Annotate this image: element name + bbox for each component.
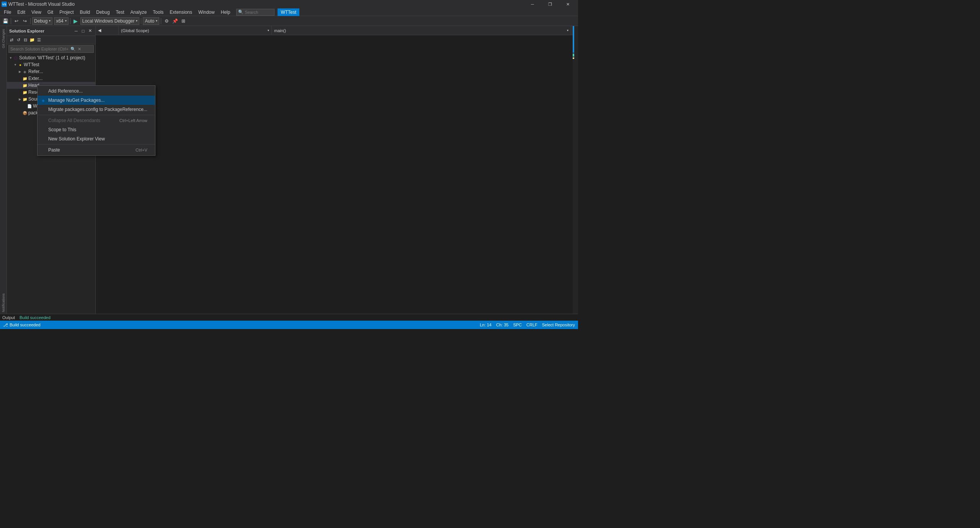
search-icon[interactable]: 🔍 xyxy=(70,46,76,52)
platform-dropdown[interactable]: x64 ▾ xyxy=(54,17,68,25)
menu-tools[interactable]: Tools xyxy=(150,8,167,16)
chevron-down-icon: ▾ xyxy=(136,19,137,23)
new-view-icon xyxy=(41,136,46,142)
menu-git[interactable]: Git xyxy=(44,8,56,16)
ctx-separator-2 xyxy=(38,144,155,145)
ctx-add-reference[interactable]: Add Reference... xyxy=(38,86,155,96)
references-icon: ◈ xyxy=(22,69,28,74)
tree-item-external[interactable]: ▶ 📁 Exter... xyxy=(7,75,95,82)
ctx-label: Add Reference... xyxy=(48,88,147,94)
restore-button[interactable]: ❐ xyxy=(541,0,559,8)
debug-config-dropdown[interactable]: Debug ▾ xyxy=(32,17,52,25)
scroll-indicator-yellow xyxy=(573,57,574,59)
git-status[interactable]: ⎇ Build succeeded xyxy=(3,323,41,328)
redo-button[interactable]: ↪ xyxy=(21,17,29,25)
collapse-all-tree-button[interactable]: ⊟ xyxy=(22,37,28,43)
show-all-files-button[interactable]: 📁 xyxy=(29,37,35,43)
search-box[interactable]: 🔍 xyxy=(236,9,274,16)
ctx-migrate-packages[interactable]: Migrate packages.config to PackageRefere… xyxy=(38,105,155,114)
scope-icon xyxy=(41,127,46,132)
close-button[interactable]: ✕ xyxy=(559,0,577,8)
nuget-icon: ◈ xyxy=(41,98,46,103)
ctx-manage-nuget[interactable]: ◈ Manage NuGet Packages... xyxy=(38,96,155,105)
scroll-indicator-green xyxy=(573,54,574,57)
solution-search-input[interactable] xyxy=(9,47,70,51)
add-reference-icon xyxy=(41,88,46,94)
tree-item-project[interactable]: ▼ ● WTTest xyxy=(7,61,95,68)
panel-close-button[interactable]: ✕ xyxy=(87,28,93,34)
menu-bar: File Edit View Git Project Build Debug T… xyxy=(0,8,578,16)
ctx-collapse-all[interactable]: Collapse All Descendants Ctrl+Left Arrow xyxy=(38,116,155,125)
folder-icon: 📁 xyxy=(22,96,28,102)
toolbar-sep-5 xyxy=(161,18,161,24)
scroll-indicator-blue xyxy=(573,26,574,53)
ctx-new-solution-view[interactable]: New Solution Explorer View xyxy=(38,134,155,143)
menu-file[interactable]: File xyxy=(1,8,14,16)
undo-button[interactable]: ↩ xyxy=(13,17,20,25)
menu-project[interactable]: Project xyxy=(56,8,77,16)
global-scope-text: (Global Scope) xyxy=(121,28,149,33)
active-tab[interactable]: WTTest xyxy=(278,8,299,16)
tree-item-references[interactable]: ▶ ◈ Refer... xyxy=(7,68,95,75)
save-all-button[interactable]: 💾 xyxy=(2,17,9,25)
tree-expand-arrow: ▶ xyxy=(18,98,22,101)
output-label[interactable]: Output xyxy=(2,315,15,320)
ctx-label: New Solution Explorer View xyxy=(48,136,147,142)
menu-extensions[interactable]: Extensions xyxy=(167,8,195,16)
folder-icon: 📁 xyxy=(22,90,28,95)
menu-window[interactable]: Window xyxy=(195,8,218,16)
navigation-bar: ◀ (Global Scope) ▾ main() ▾ + xyxy=(96,26,578,35)
menu-debug[interactable]: Debug xyxy=(93,8,113,16)
panel-minimize-button[interactable]: □ xyxy=(80,28,86,34)
tree-item-label: Exter... xyxy=(28,76,42,81)
menu-analyze[interactable]: Analyze xyxy=(127,8,150,16)
collapse-icon xyxy=(41,118,46,123)
solution-explorer-panel: Solution Explorer ─ □ ✕ ⇄ ↺ ⊟ 📁 ☰ 🔍 ✕ xyxy=(7,26,96,314)
minimize-button[interactable]: ─ xyxy=(524,0,541,8)
run-button[interactable]: ▶ xyxy=(72,17,80,25)
menu-test[interactable]: Test xyxy=(113,8,127,16)
side-tab-notifications[interactable]: Notifications xyxy=(1,292,6,314)
ctx-shortcut: Ctrl+Left Arrow xyxy=(119,118,147,123)
select-repository[interactable]: Select Repository xyxy=(542,323,575,327)
toolbar-extra-2[interactable]: 📌 xyxy=(171,17,179,25)
code-editor[interactable] xyxy=(96,35,578,314)
file-icon: 📄 xyxy=(27,103,32,109)
context-menu: Add Reference... ◈ Manage NuGet Packages… xyxy=(37,85,155,156)
panel-title: Solution Explorer xyxy=(9,29,44,33)
menu-edit[interactable]: Edit xyxy=(14,8,28,16)
properties-button[interactable]: ☰ xyxy=(36,37,42,43)
sync-button[interactable]: ⇄ xyxy=(8,37,15,43)
title-bar-controls: ─ ❐ ✕ xyxy=(524,0,577,8)
global-scope-dropdown[interactable]: (Global Scope) ▾ xyxy=(119,26,272,35)
editor-area[interactable]: ◀ (Global Scope) ▾ main() ▾ + xyxy=(96,26,578,314)
vs-icon: VS xyxy=(2,2,7,7)
ctx-paste[interactable]: Paste Ctrl+V xyxy=(38,145,155,155)
scope-dropdown[interactable]: ◀ xyxy=(96,26,119,35)
refresh-button[interactable]: ↺ xyxy=(15,37,21,43)
side-tab-git-changes[interactable]: Git Changes xyxy=(1,28,6,50)
toolbar-sep-4 xyxy=(141,18,141,24)
status-bar: ⎇ Build succeeded Ln: 14 Ch: 35 SPC CRLF… xyxy=(0,321,578,329)
git-icon: ⎇ xyxy=(3,323,8,328)
process-dropdown[interactable]: Auto ▾ xyxy=(143,17,159,25)
ctx-separator-1 xyxy=(38,115,155,115)
run-target-dropdown[interactable]: Local Windows Debugger ▾ xyxy=(80,17,140,25)
search-input[interactable] xyxy=(245,10,275,15)
tree-expand-arrow: ▶ xyxy=(18,70,22,73)
build-succeeded-text: Build succeeded xyxy=(10,323,41,327)
menu-help[interactable]: Help xyxy=(218,8,234,16)
close-search-icon[interactable]: ✕ xyxy=(76,46,82,52)
tree-item-solution[interactable]: ▼ ⬡ Solution 'WTTest' (1 of 1 project) xyxy=(7,54,95,61)
toolbar-extra-1[interactable]: ⚙ xyxy=(163,17,170,25)
member-dropdown[interactable]: main() ▾ xyxy=(272,26,571,35)
ctx-label: Paste xyxy=(48,147,133,153)
ctx-label: Manage NuGet Packages... xyxy=(48,98,147,103)
menu-build[interactable]: Build xyxy=(77,8,93,16)
minimap-scrollbar[interactable] xyxy=(573,26,578,314)
toolbar-extra-3[interactable]: ⊞ xyxy=(180,17,187,25)
ctx-scope-to-this[interactable]: Scope to This xyxy=(38,125,155,134)
menu-view[interactable]: View xyxy=(28,8,44,16)
solution-explorer-search[interactable]: 🔍 ✕ xyxy=(8,45,94,53)
panel-pin-button[interactable]: ─ xyxy=(73,28,79,34)
